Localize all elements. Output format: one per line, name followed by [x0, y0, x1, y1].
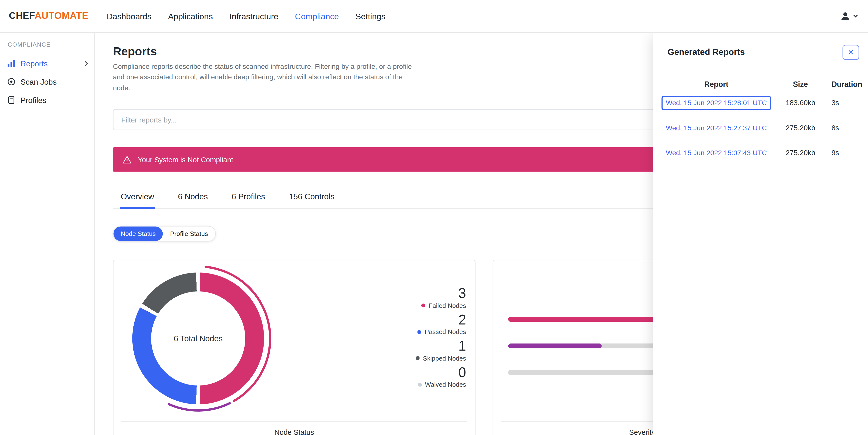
legend-entry-waived: 0 Waived Nodes: [394, 365, 466, 388]
node-status-toggle[interactable]: Node Status: [113, 227, 163, 241]
compliance-sidebar: COMPLIANCE Reports Scan Jobs: [0, 33, 95, 435]
passed-label: Passed Nodes: [425, 329, 466, 335]
brand-chef: CHEF: [9, 10, 35, 21]
node-status-chart: 6 Total Nodes: [132, 272, 264, 404]
legend-entry-failed: 3 Failed Nodes: [394, 286, 466, 309]
nav-applications[interactable]: Applications: [168, 11, 213, 21]
node-status-donut: 6 Total Nodes: [132, 272, 264, 404]
failed-legend-dot: [421, 303, 425, 308]
report-link[interactable]: Wed, 15 Jun 2022 15:28:01 UTC: [661, 96, 771, 110]
skipped-label: Skipped Nodes: [423, 355, 466, 361]
skipped-legend-dot: [416, 356, 420, 360]
donut-center-label: 6 Total Nodes: [132, 272, 264, 404]
report-duration: 3s: [827, 98, 868, 107]
column-header-report: Report: [653, 80, 774, 88]
generated-reports-panel: Generated Reports ✕ Report Size Duration…: [653, 33, 868, 435]
user-menu[interactable]: [840, 10, 859, 22]
chevron-right-icon[interactable]: [84, 61, 89, 66]
top-navbar: CHEFAUTOMATE Dashboards Applications Inf…: [0, 0, 868, 33]
sidebar-heading: COMPLIANCE: [0, 41, 94, 48]
page-description: Compliance reports describe the status o…: [113, 61, 414, 94]
sidebar-item-reports[interactable]: Reports: [0, 54, 94, 72]
node-status-card: 6 Total Nodes 3 Failed Nodes 2 Passed No…: [113, 260, 475, 435]
user-avatar-icon: [840, 10, 851, 22]
report-size: 275.20kb: [774, 123, 827, 132]
tab-nodes[interactable]: 6 Nodes: [177, 192, 209, 208]
passed-count: 2: [394, 312, 466, 327]
failed-label: Failed Nodes: [429, 302, 466, 309]
legend-entry-passed: 2 Passed Nodes: [394, 312, 466, 335]
tab-profiles[interactable]: 6 Profiles: [231, 192, 266, 208]
alert-text: Your System is Not Compliant: [138, 155, 233, 164]
chevron-down-icon: [853, 14, 858, 18]
report-duration: 8s: [827, 123, 868, 132]
passed-legend-dot: [417, 330, 421, 334]
waived-label: Waived Nodes: [425, 381, 466, 388]
table-row: Wed, 15 Jun 2022 15:07:43 UTC 275.20kb 9…: [653, 140, 868, 165]
primary-nav: Dashboards Applications Infrastructure C…: [107, 11, 385, 21]
scan-target-icon: [7, 78, 16, 86]
tab-controls[interactable]: 156 Controls: [288, 192, 336, 208]
brand-automate: AUTOMATE: [35, 10, 89, 21]
report-link[interactable]: Wed, 15 Jun 2022 15:07:43 UTC: [666, 149, 767, 157]
bar-chart-icon: [7, 59, 16, 67]
warning-triangle-icon: [122, 155, 132, 165]
nav-settings[interactable]: Settings: [355, 11, 385, 21]
panel-title: Generated Reports: [653, 47, 868, 57]
sidebar-item-label: Profiles: [21, 96, 46, 105]
sidebar-item-profiles[interactable]: Profiles: [0, 91, 94, 109]
chef-automate-app: CHEFAUTOMATE Dashboards Applications Inf…: [0, 0, 868, 435]
report-size: 275.20kb: [774, 148, 827, 156]
nav-infrastructure[interactable]: Infrastructure: [229, 11, 278, 21]
severity-bar-fill: [508, 344, 602, 348]
generated-reports-table: Report Size Duration Wed, 15 Jun 2022 15…: [653, 78, 868, 165]
status-toggle-group: Node Status Profile Status: [113, 226, 216, 242]
report-duration: 9s: [827, 148, 868, 156]
column-header-size: Size: [774, 80, 827, 88]
sidebar-item-label: Scan Jobs: [21, 77, 57, 86]
column-header-duration: Duration: [827, 80, 868, 88]
nav-dashboards[interactable]: Dashboards: [107, 11, 152, 21]
legend-entry-skipped: 1 Skipped Nodes: [394, 338, 466, 361]
profile-status-toggle[interactable]: Profile Status: [163, 227, 215, 241]
sidebar-item-label: Reports: [21, 59, 48, 68]
report-size: 183.60kb: [774, 98, 827, 107]
node-status-caption: Node Status: [113, 428, 475, 435]
failed-count: 3: [394, 286, 466, 301]
close-icon[interactable]: ✕: [843, 45, 859, 60]
sidebar-item-scan-jobs[interactable]: Scan Jobs: [0, 72, 94, 91]
book-icon: [7, 96, 16, 104]
table-row: Wed, 15 Jun 2022 15:28:01 UTC 183.60kb 3…: [653, 90, 868, 115]
waived-legend-dot: [418, 382, 422, 386]
node-status-legend: 3 Failed Nodes 2 Passed Nodes 1 Skipped …: [394, 286, 466, 391]
brand-logo[interactable]: CHEFAUTOMATE: [9, 10, 88, 22]
table-header-row: Report Size Duration: [653, 78, 868, 90]
report-link[interactable]: Wed, 15 Jun 2022 15:27:37 UTC: [666, 124, 767, 132]
table-row: Wed, 15 Jun 2022 15:27:37 UTC 275.20kb 8…: [653, 115, 868, 140]
card-divider: [121, 421, 467, 422]
waived-count: 0: [394, 365, 466, 380]
skipped-count: 1: [394, 338, 466, 353]
nav-compliance[interactable]: Compliance: [295, 11, 339, 21]
tab-overview[interactable]: Overview: [120, 192, 155, 208]
